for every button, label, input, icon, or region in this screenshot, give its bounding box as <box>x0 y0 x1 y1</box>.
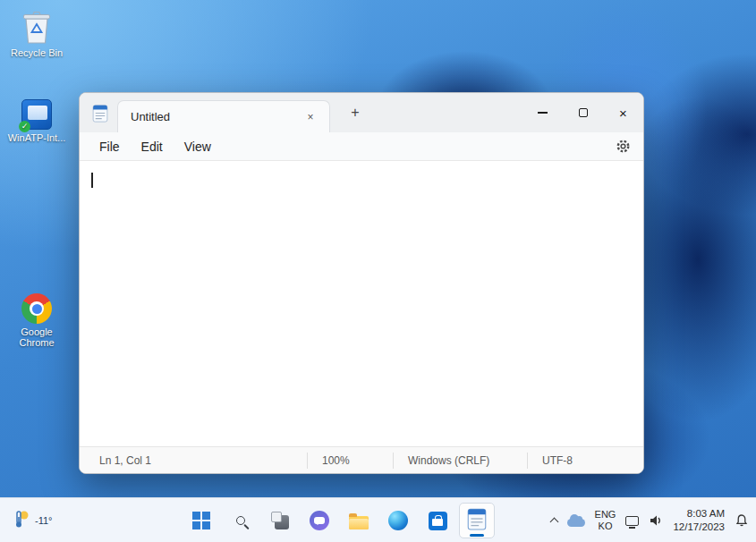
settings-gear-icon[interactable] <box>616 139 631 154</box>
tab-untitled[interactable]: Untitled × <box>117 100 330 132</box>
new-tab-button[interactable]: + <box>343 100 368 125</box>
recycle-bin-icon <box>4 7 70 45</box>
desktop-icon-chrome[interactable]: Google Chrome <box>4 286 70 348</box>
network-icon[interactable] <box>625 516 639 526</box>
taskbar: -11° <box>0 497 756 542</box>
desktop-icon-label: WinATP-Int... <box>4 132 70 143</box>
notepad-window: Untitled × + × File Edit View L <box>79 92 644 474</box>
weather-icon <box>13 509 30 532</box>
desktop-icon-recycle-bin[interactable]: Recycle Bin <box>4 7 70 58</box>
status-cursor-position: Ln 1, Col 1 <box>80 453 307 469</box>
notepad-menu-bar: File Edit View <box>80 132 643 161</box>
start-button[interactable] <box>183 503 219 538</box>
volume-icon[interactable] <box>649 514 663 527</box>
status-encoding: UTF-8 <box>527 453 643 469</box>
clock[interactable]: 8:03 AM 12/17/2023 <box>673 507 725 534</box>
taskbar-center-icons <box>183 503 495 538</box>
active-app-indicator <box>470 534 484 537</box>
notepad-tab-strip: Untitled × + × <box>80 93 643 132</box>
file-explorer-button[interactable] <box>341 503 377 538</box>
tray-time: 8:03 AM <box>673 507 725 521</box>
maximize-button[interactable] <box>563 93 603 132</box>
search-button[interactable] <box>223 503 259 538</box>
file-explorer-icon <box>349 516 369 529</box>
chrome-icon <box>21 293 52 324</box>
task-view-icon <box>271 512 289 529</box>
notepad-icon <box>467 507 487 534</box>
status-line-ending: Windows (CRLF) <box>393 453 527 469</box>
edge-button[interactable] <box>380 503 416 538</box>
menu-view[interactable]: View <box>174 135 222 158</box>
notification-bell-icon[interactable] <box>735 513 749 528</box>
notepad-app-icon <box>92 104 108 123</box>
edge-icon <box>388 511 408 530</box>
tray-chevron-up-icon[interactable] <box>549 518 558 527</box>
status-zoom-level: 100% <box>307 453 393 469</box>
minimize-icon <box>538 112 548 114</box>
language-indicator[interactable]: ENG KO <box>595 509 616 531</box>
close-button[interactable]: × <box>603 93 643 132</box>
windows-logo-icon <box>192 512 210 529</box>
weather-widget[interactable]: -11° <box>7 498 57 542</box>
language-line2: KO <box>595 521 616 532</box>
close-icon: × <box>619 106 627 120</box>
chat-icon <box>310 511 329 530</box>
winatp-icon <box>21 99 52 130</box>
maximize-icon <box>579 108 588 117</box>
desktop-icon-label: Google Chrome <box>4 326 70 348</box>
task-view-button[interactable] <box>262 503 298 538</box>
minimize-button[interactable] <box>522 93 563 132</box>
onedrive-icon[interactable] <box>567 519 585 527</box>
desktop-wallpaper: Recycle Bin WinATP-Int... Google Chrome … <box>0 0 756 542</box>
language-line1: ENG <box>595 509 616 521</box>
tab-title: Untitled <box>131 110 301 123</box>
desktop-icon-label: Recycle Bin <box>4 47 70 58</box>
menu-file[interactable]: File <box>89 135 131 158</box>
text-caret <box>91 173 93 188</box>
notepad-status-bar: Ln 1, Col 1 100% Windows (CRLF) UTF-8 <box>80 446 643 473</box>
system-tray: ENG KO 8:03 AM 12/17/2023 <box>551 498 749 542</box>
chat-button[interactable] <box>302 503 337 538</box>
tray-date: 12/17/2023 <box>673 521 725 534</box>
tab-close-button[interactable]: × <box>301 107 320 127</box>
desktop-icon-winatp[interactable]: WinATP-Int... <box>4 92 70 143</box>
weather-temperature: -11° <box>35 515 52 526</box>
microsoft-store-button[interactable] <box>420 503 455 538</box>
microsoft-store-icon <box>429 512 447 530</box>
menu-edit[interactable]: Edit <box>131 135 174 158</box>
search-icon <box>236 516 245 525</box>
notepad-taskbar-button[interactable] <box>459 503 495 538</box>
text-editor-area[interactable] <box>80 161 643 446</box>
